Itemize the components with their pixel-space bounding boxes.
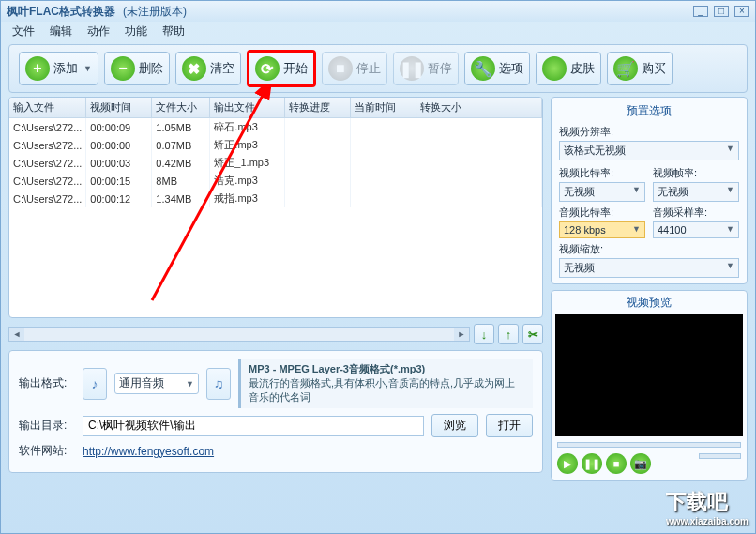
cart-icon: 🛒 (613, 56, 638, 81)
menu-file[interactable]: 文件 (7, 22, 40, 41)
video-zoom-select[interactable]: 无视频▼ (559, 258, 739, 278)
table-row[interactable]: C:\Users\272...00:00:121.34MB戒指.mp3 (9, 190, 542, 207)
output-dir-label: 输出目录: (19, 418, 75, 434)
toolbar: + 添加 ▼ − 删除 ✖ 清空 ⟳ 开始 ■ 停止 ❚❚ 暂停 🔧 选项 (8, 44, 748, 93)
seek-slider[interactable] (557, 442, 741, 448)
file-table[interactable]: 输入文件 视频时间 文件大小 输出文件 转换进度 当前时间 转换大小 C:\Us… (8, 97, 543, 318)
edit-cut-button[interactable]: ✂ (522, 324, 543, 344)
col-osize[interactable]: 转换大小 (416, 98, 542, 118)
app-subtitle: (未注册版本) (123, 4, 187, 20)
minimize-button[interactable]: _ (693, 6, 708, 17)
browse-button[interactable]: 浏览 (431, 414, 478, 437)
pause-icon: ❚❚ (400, 56, 424, 81)
format-icon[interactable]: ♫ (206, 368, 231, 400)
menu-help[interactable]: 帮助 (157, 22, 190, 41)
output-format-select[interactable]: 通用音频 ▼ (114, 373, 199, 394)
apple-icon (542, 56, 567, 81)
stop-button[interactable]: ■ 停止 (322, 52, 387, 85)
add-button[interactable]: + 添加 ▼ (19, 52, 98, 85)
video-resolution-select[interactable]: 该格式无视频▼ (559, 141, 739, 160)
music-note-icon[interactable]: ♪ (83, 368, 107, 400)
move-up-button[interactable]: ↑ (498, 324, 519, 344)
tools-icon: 🔧 (471, 56, 495, 81)
fps-label: 视频帧率: (653, 166, 739, 180)
minus-icon: − (111, 56, 135, 81)
menu-edit[interactable]: 编辑 (44, 22, 78, 41)
move-down-button[interactable]: ↓ (474, 324, 494, 344)
vres-label: 视频分辨率: (559, 125, 739, 139)
table-row[interactable]: C:\Users\272...00:00:030.42MB矫正_1.mp3 (9, 154, 542, 172)
website-label: 软件网站: (19, 443, 75, 459)
preview-title: 视频预览 (552, 291, 747, 314)
col-input[interactable]: 输入文件 (9, 98, 86, 118)
clear-button[interactable]: ✖ 清空 (175, 52, 241, 85)
clear-icon: ✖ (182, 56, 206, 81)
stop-icon: ■ (328, 56, 353, 81)
col-output[interactable]: 输出文件 (210, 98, 285, 118)
maximize-button[interactable]: □ (714, 6, 729, 17)
plus-icon: + (25, 56, 50, 81)
output-panel: 输出格式: ♪ 通用音频 ▼ ♫ MP3 - MPEG Layer-3音频格式(… (8, 350, 543, 473)
output-format-label: 输出格式: (19, 375, 75, 391)
table-row[interactable]: C:\Users\272...00:00:000.07MB矫正.mp3 (9, 136, 542, 154)
skin-button[interactable]: 皮肤 (536, 52, 601, 85)
audio-bitrate-select[interactable]: 128 kbps▼ (559, 221, 645, 238)
titlebar: 枫叶FLAC格式转换器 (未注册版本) _ □ × (1, 1, 755, 22)
menu-function[interactable]: 功能 (119, 22, 153, 41)
video-preview (555, 314, 743, 436)
refresh-icon: ⟳ (255, 56, 280, 81)
volume-slider[interactable] (699, 453, 741, 459)
open-button[interactable]: 打开 (486, 414, 533, 437)
pause-button[interactable]: ❚❚ 暂停 (393, 52, 459, 85)
website-link[interactable]: http://www.fengyesoft.com (83, 445, 214, 458)
format-description: MP3 - MPEG Layer-3音频格式(*.mp3) 最流行的音频格式,具… (238, 359, 533, 408)
video-bitrate-select[interactable]: 无视频▼ (559, 182, 645, 202)
preview-panel: 视频预览 ▶ ❚❚ ■ 📷 (551, 290, 748, 481)
output-dir-input[interactable] (83, 416, 424, 436)
col-progress[interactable]: 转换进度 (285, 98, 351, 118)
preset-options-panel: 预置选项 视频分辨率: 该格式无视频▼ 视频比特率: 无视频▼ 视频帧率: 无视… (551, 97, 748, 284)
remove-button[interactable]: − 删除 (104, 52, 170, 85)
buy-button[interactable]: 🛒 购买 (607, 52, 673, 85)
app-title: 枫叶FLAC格式转换器 (7, 4, 115, 20)
audio-samplerate-select[interactable]: 44100▼ (653, 221, 739, 238)
abr-label: 音频比特率: (559, 206, 645, 220)
col-vtime[interactable]: 视频时间 (86, 98, 152, 118)
menubar: 文件 编辑 动作 功能 帮助 (1, 22, 755, 40)
preview-snapshot-button[interactable]: 📷 (630, 453, 651, 474)
menu-action[interactable]: 动作 (82, 22, 115, 41)
options-button[interactable]: 🔧 选项 (464, 52, 530, 85)
close-button[interactable]: × (734, 6, 749, 17)
table-row[interactable]: C:\Users\272...00:00:158MB浩克.mp3 (9, 172, 542, 190)
asr-label: 音频采样率: (653, 206, 739, 220)
watermark: 下载吧 www.xiazaiba.com (666, 488, 748, 526)
horizontal-scrollbar[interactable] (8, 327, 470, 342)
preview-pause-button[interactable]: ❚❚ (582, 453, 602, 474)
vzoom-label: 视频缩放: (559, 242, 739, 256)
preview-play-button[interactable]: ▶ (557, 453, 578, 474)
col-size[interactable]: 文件大小 (152, 98, 210, 118)
chevron-down-icon: ▼ (186, 379, 194, 389)
chevron-down-icon[interactable]: ▼ (83, 64, 92, 73)
col-curtime[interactable]: 当前时间 (351, 98, 416, 118)
start-button[interactable]: ⟳ 开始 (247, 50, 316, 87)
vbr-label: 视频比特率: (559, 166, 645, 180)
table-row[interactable]: C:\Users\272...00:00:091.05MB碎石.mp3 (9, 118, 542, 137)
preview-stop-button[interactable]: ■ (606, 453, 627, 474)
video-fps-select[interactable]: 无视频▼ (653, 182, 739, 202)
preset-title: 预置选项 (559, 103, 739, 119)
